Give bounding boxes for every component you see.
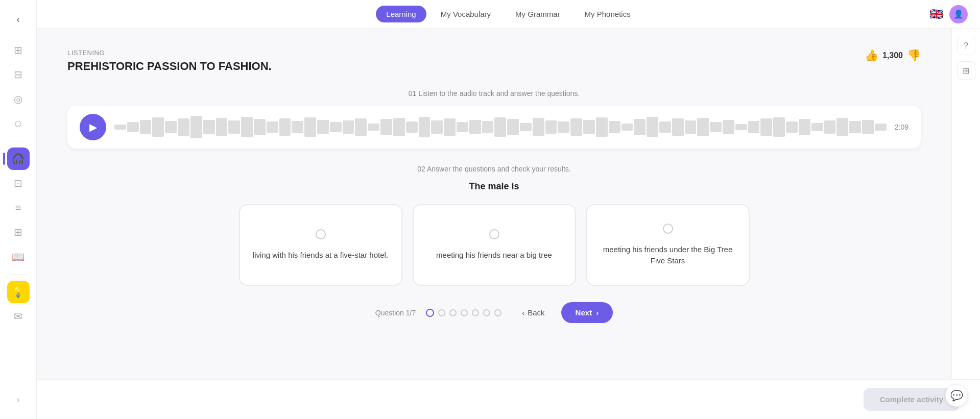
wave-bar [419, 117, 431, 138]
wave-bar [292, 121, 303, 133]
wave-bar [152, 117, 164, 137]
complete-activity-button[interactable]: Complete activity [864, 388, 960, 411]
question-navigation: Question 1/7 ‹ Back Next [67, 302, 921, 323]
question-step-label: 02 Answer the questions and check your r… [67, 165, 921, 173]
wave-bar [710, 122, 722, 132]
audio-player: ▶ [67, 106, 921, 149]
user-avatar[interactable]: 👤 [949, 5, 968, 23]
tab-phonetics[interactable]: My Phonetics [575, 6, 641, 22]
question-dot-4 [461, 309, 468, 316]
wave-bar [760, 118, 772, 136]
question-text: The male is [67, 181, 921, 192]
wave-bar [406, 121, 418, 133]
answer-text-a: living with his friends at a five-star h… [253, 250, 388, 261]
sidebar-item-1[interactable]: ⊞ [7, 39, 30, 61]
right-panel: ? ⊞ [951, 29, 980, 379]
sidebar-item-mail[interactable]: ✉ [7, 305, 30, 328]
wave-bar [849, 121, 861, 133]
next-button[interactable]: Next › [561, 302, 613, 323]
wave-bar [786, 121, 798, 133]
wave-bar [583, 120, 595, 135]
wave-bar [190, 116, 202, 138]
play-button[interactable]: ▶ [80, 114, 106, 140]
answer-card-a[interactable]: living with his friends at a five-star h… [239, 204, 402, 286]
question-dot-1 [426, 309, 434, 317]
answer-card-c[interactable]: meeting his friends under the Big Tree F… [586, 204, 750, 286]
chat-button[interactable]: 💬 [945, 384, 968, 407]
wave-bar [685, 120, 697, 134]
sidebar-item-4[interactable]: ☺ [7, 112, 30, 135]
wave-bar [203, 120, 215, 135]
tab-vocabulary[interactable]: My Vocabulary [431, 6, 501, 22]
audio-time: 2:09 [895, 123, 909, 131]
sidebar-item-9[interactable]: 📖 [7, 245, 30, 268]
wave-bar [622, 124, 633, 131]
thumbs-down-icon[interactable]: 👎 [907, 49, 921, 62]
next-chevron-icon: › [596, 308, 599, 317]
language-flag[interactable]: 🇬🇧 [929, 8, 943, 21]
wave-bar [862, 120, 874, 135]
answer-card-b[interactable]: meeting his friends near a big tree [413, 204, 576, 286]
wave-bar [317, 120, 329, 135]
main-content: Listening PREHISTORIC PASSION TO FASHION… [37, 29, 951, 379]
back-chevron-icon: ‹ [522, 308, 524, 317]
wave-bar [507, 119, 519, 135]
wave-bar [875, 124, 887, 131]
back-label: Back [528, 308, 544, 317]
wave-bar [533, 118, 544, 136]
wave-bar [241, 117, 253, 138]
wave-bar [165, 121, 177, 133]
sidebar-item-listening[interactable]: 🎧 [7, 147, 30, 170]
question-dot-3 [449, 309, 457, 316]
wave-bar [824, 120, 836, 134]
wave-bar [558, 121, 569, 133]
question-dot-5 [472, 309, 479, 316]
answer-cards: living with his friends at a five-star h… [67, 204, 921, 286]
sidebar-item-bulb[interactable]: 💡 [7, 281, 30, 303]
active-indicator [3, 153, 5, 165]
grid-icon-button[interactable]: ⊞ [957, 61, 975, 80]
wave-bar [697, 118, 709, 136]
sidebar-item-7[interactable]: ≡ [7, 196, 30, 219]
wave-bar [811, 123, 823, 132]
sidebar-item-6[interactable]: ⊡ [7, 172, 30, 194]
section-label: Listening [67, 49, 921, 57]
rating-bar: 👍 1,300 👎 [865, 49, 921, 62]
wave-bar [723, 120, 734, 135]
audio-waveform [114, 115, 887, 139]
thumbs-up-icon[interactable]: 👍 [865, 49, 878, 62]
wave-bar [799, 119, 810, 135]
sidebar-collapse-button[interactable]: › [7, 388, 30, 411]
nav-buttons: ‹ Back Next › [512, 302, 613, 323]
answer-text-b: meeting his friends near a big tree [436, 250, 552, 261]
wave-bar [596, 117, 608, 137]
wave-bar [634, 119, 646, 135]
sidebar-item-3[interactable]: ◎ [7, 88, 30, 110]
wave-bar [609, 121, 620, 133]
wave-bar [343, 120, 354, 134]
help-icon-button[interactable]: ? [957, 37, 975, 55]
sidebar-divider [10, 141, 27, 141]
wave-bar [304, 117, 316, 137]
wave-bar [545, 120, 557, 134]
question-dots [426, 309, 501, 317]
sidebar-item-8[interactable]: ⊞ [7, 221, 30, 243]
wave-bar [659, 121, 671, 133]
wave-bar [279, 118, 291, 136]
tab-learning[interactable]: Learning [376, 6, 426, 22]
answer-text-c: meeting his friends under the Big Tree F… [597, 244, 738, 267]
rating-count: 1,300 [882, 51, 903, 60]
wave-bar [368, 124, 379, 131]
wave-bar [267, 121, 278, 133]
tab-grammar[interactable]: My Grammar [505, 6, 570, 22]
back-button[interactable]: ‹ [7, 8, 30, 31]
wave-bar [672, 118, 684, 136]
sidebar-nav: ⊞ ⊟ ◎ ☺ 🎧 ⊡ ≡ ⊞ 📖 💡 ✉ [7, 39, 30, 388]
nav-tabs: Learning My Vocabulary My Grammar My Pho… [376, 6, 640, 22]
wave-bar [735, 124, 747, 130]
main-area: Learning My Vocabulary My Grammar My Pho… [37, 0, 980, 419]
back-button[interactable]: ‹ Back [512, 303, 555, 322]
wave-bar [178, 118, 189, 136]
wave-bar [444, 118, 456, 136]
sidebar-item-2[interactable]: ⊟ [7, 63, 30, 86]
